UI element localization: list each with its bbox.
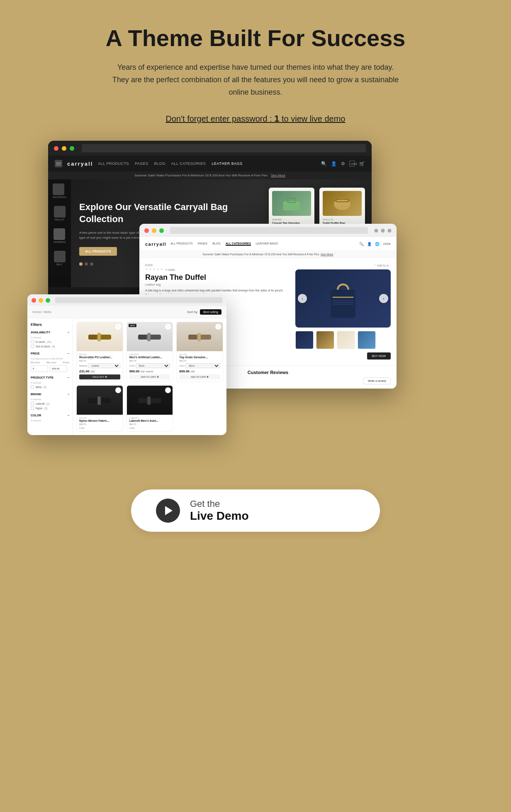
collapse-icon[interactable]: − [68, 331, 69, 334]
thumb-4[interactable] [358, 331, 376, 349]
wishlist-btn-2[interactable]: ♡ [165, 324, 171, 330]
grid-product-5: ♡ LABNOFT Labnoft Men's Auto... BELTS Co… [127, 385, 173, 432]
wishlist-btn-5[interactable]: ♡ [165, 387, 171, 393]
labnoft-checkbox[interactable] [31, 402, 34, 405]
tote-bag-illustration [324, 276, 362, 321]
filters-browser-chrome [27, 294, 226, 306]
color-select-g2[interactable]: Black [136, 363, 170, 368]
password-value: 1 [274, 113, 279, 124]
add-to-wishlist[interactable]: ♡ Add to w... [374, 264, 391, 267]
add-cart-btn-3[interactable]: ADD TO CART ✚ [179, 374, 220, 379]
belts-option[interactable]: Belts (5) [31, 385, 69, 389]
thumb-2[interactable] [316, 331, 334, 349]
price-1: 231.00 USD [79, 369, 120, 373]
min-price-input[interactable] [31, 365, 48, 372]
nav-pages[interactable]: PAGES [135, 161, 148, 166]
write-review-link[interactable]: ESKE [168, 269, 175, 271]
in-stock-checkbox[interactable] [31, 340, 34, 343]
collapse-price-icon[interactable]: − [68, 352, 69, 355]
sidebar-item-wallet[interactable]: WALLET [54, 206, 66, 221]
search-icon[interactable]: 🔍 [321, 161, 327, 166]
promo-banner: Summer Sale! Make Purchases For A Minimu… [48, 171, 372, 179]
in-stock-label: In stock (41) [36, 340, 51, 343]
in-stock-option[interactable]: In stock (41) [31, 340, 69, 343]
svg-rect-19 [97, 396, 101, 405]
product-brand: ESKE [145, 264, 289, 267]
color-select-g3[interactable]: Black [185, 363, 220, 368]
material-select-1[interactable]: Leather [88, 363, 120, 368]
star-rating: ★ ★ ★ ★ ★ [145, 267, 163, 271]
sort-select[interactable]: Best selling [200, 309, 221, 315]
nylon-option[interactable]: Nylon (3) [31, 406, 69, 410]
settings-icon[interactable]: ⚙ [341, 161, 345, 166]
sidebar-item-handbag[interactable]: HANDBAG [54, 228, 66, 243]
search-icon-2[interactable]: 🔍 [359, 242, 364, 246]
labnoft-option[interactable]: Labnoft (2) [31, 402, 69, 405]
belt-svg-1 [86, 328, 113, 345]
cart-icon[interactable]: 🛒 [359, 161, 365, 166]
see-more-link-2[interactable]: See More [321, 253, 333, 256]
filters-browser-window: Home / Belts Sort by Best selling Filter… [27, 294, 226, 435]
browser-chrome-light: ⬤ ⬤ ⬤ [139, 224, 397, 237]
thumb-1[interactable] [295, 331, 314, 349]
color-label-g3: Color [179, 364, 185, 367]
belt-svg-5 [136, 392, 163, 408]
nav2-pages[interactable]: PAGES [198, 242, 208, 246]
account-icon-2[interactable]: 👤 [367, 242, 372, 246]
wishlist-btn-3[interactable]: ♡ [215, 324, 221, 330]
out-of-stock-option[interactable]: Out of stock (4) [31, 345, 69, 348]
nav-blog[interactable]: BLOG [154, 161, 165, 166]
hero-subtitle: Years of experience and expertise have t… [110, 61, 401, 98]
nav2-blog[interactable]: BLOG [212, 242, 220, 246]
availability-selected: 0 selected [31, 336, 69, 339]
wishlist-btn-1[interactable]: ♡ [115, 324, 121, 330]
product-name-grid-5: Labnoft Men's Auto... [129, 419, 170, 422]
cta-text: Get the Live Demo [190, 499, 249, 523]
out-of-stock-checkbox[interactable] [31, 345, 34, 348]
svg-rect-4 [331, 290, 355, 318]
nav-leather-bags[interactable]: LEATHER BAGS [212, 161, 242, 166]
product-type-filter-header: PRODUCT TYPE − [31, 376, 69, 379]
grid-product-info-2: LABNOFT Men's Artificial Leathе... BELTS… [127, 351, 173, 382]
cta-text-bottom: Live Demo [190, 509, 249, 523]
thumb-3[interactable] [337, 331, 355, 349]
cta-text-top: Get the [190, 499, 249, 509]
close-dot [54, 146, 58, 151]
account-icon[interactable]: 👤 [331, 161, 337, 166]
see-more-link[interactable]: See More [271, 174, 285, 177]
url-bar-3 [55, 297, 222, 303]
rating-row: ★ ★ ★ ★ ★ ✏ ESKE [145, 267, 289, 272]
nav2-all-products[interactable]: ALL PRODUCTS [170, 242, 192, 246]
prev-image-arrow[interactable]: ‹ [298, 294, 307, 303]
nylon-checkbox[interactable] [31, 406, 34, 410]
sold-out-btn-1[interactable]: SOLD OUT ✚ [79, 374, 120, 379]
share-icon: ⬤ [374, 228, 378, 232]
product-name-grid-4: Nylon Woven Fabric... [79, 419, 120, 422]
buy-now-button[interactable]: BUY NOW [367, 352, 391, 360]
currency-2[interactable]: USD▾ [383, 242, 391, 246]
write-review-button[interactable]: Write a review [363, 377, 391, 384]
collapse-brand-icon[interactable]: − [68, 393, 69, 396]
sidebar-item-belt[interactable]: BELT [54, 251, 66, 266]
next-image-arrow[interactable]: › [379, 294, 388, 303]
fullscreen-dot-2 [159, 228, 164, 233]
nav2-all-categories[interactable]: ALL CATEGORIES [226, 242, 251, 246]
collapse-type-icon[interactable]: − [68, 376, 69, 379]
nav2-leather-bags[interactable]: LEATHER BAGS [256, 242, 278, 246]
all-products-button[interactable]: ALL PRODUCTS [79, 247, 117, 256]
product-image-2 [323, 191, 362, 216]
belts-checkbox[interactable] [31, 385, 34, 389]
add-cart-btn-2[interactable]: ADD TO CART ✚ [129, 374, 170, 379]
sidebar-item-backpack[interactable]: BACKPACK [53, 183, 66, 198]
grid-product-2: NEW ♡ LABNOFT Men's Artificial Leathе...… [127, 322, 173, 382]
product-title: Rayan The Duffel [145, 273, 289, 282]
nav-all-products[interactable]: ALL PRODUCTS [98, 161, 129, 166]
play-button[interactable] [156, 499, 180, 523]
nav-all-categories[interactable]: ALL CATEGORIES [171, 161, 206, 166]
currency-selector[interactable]: USD▾ [349, 161, 355, 166]
collapse-color-icon[interactable]: − [68, 414, 69, 417]
wishlist-btn-4[interactable]: ♡ [115, 387, 121, 393]
price-reset[interactable]: Reset [63, 361, 69, 364]
globe-icon[interactable]: 🌐 [375, 242, 380, 246]
max-price-input[interactable] [50, 365, 67, 372]
